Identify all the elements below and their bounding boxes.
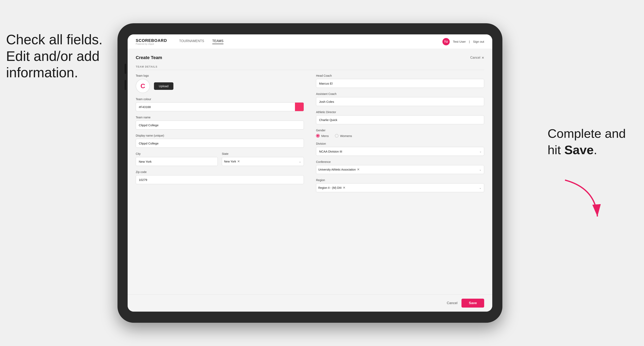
city-subgroup: City bbox=[136, 152, 218, 166]
conference-label: Conference bbox=[316, 160, 484, 164]
gender-label: Gender bbox=[316, 129, 484, 132]
region-group: Region Region II - (M) DIII ✕ ⌄ bbox=[316, 178, 484, 192]
complete-hit: hit bbox=[548, 143, 564, 157]
footer-save-button[interactable]: Save bbox=[462, 299, 484, 308]
state-label: State bbox=[222, 152, 304, 155]
state-value: New York bbox=[224, 160, 236, 163]
region-value: Region II - (M) DIII bbox=[318, 186, 342, 189]
nav-separator: | bbox=[469, 40, 470, 43]
close-icon: ✕ bbox=[482, 56, 484, 60]
womens-label: Womens bbox=[340, 134, 352, 138]
logo-circle: C bbox=[136, 79, 150, 93]
instruction-right: Complete and hit Save. bbox=[548, 126, 626, 158]
state-clear-icon[interactable]: ✕ bbox=[237, 160, 240, 163]
team-name-input[interactable] bbox=[136, 121, 304, 130]
colour-input-wrap bbox=[136, 102, 304, 111]
zip-input[interactable] bbox=[136, 175, 304, 184]
team-colour-input[interactable] bbox=[136, 102, 295, 111]
upload-button[interactable]: Upload bbox=[154, 82, 174, 90]
division-select-wrap: NCAA Division III ⌄ bbox=[316, 147, 484, 156]
gender-group: Gender Mens Womens bbox=[316, 129, 484, 138]
nav-links: TOURNAMENTS TEAMS bbox=[179, 39, 442, 44]
gender-womens-option[interactable]: Womens bbox=[335, 134, 352, 138]
cancel-x-button[interactable]: Cancel ✕ bbox=[470, 56, 484, 60]
form-left-column: Team logo C Upload Team colour bbox=[136, 74, 304, 197]
region-chevron-icon: ⌄ bbox=[479, 186, 482, 189]
head-coach-group: Head Coach bbox=[316, 74, 484, 88]
conference-select-wrap[interactable]: University Athletic Association ✕ ⌄ bbox=[316, 165, 484, 174]
section-label: TEAM DETAILS bbox=[136, 65, 484, 70]
state-chevron-icon: ⌄ bbox=[299, 160, 301, 163]
team-colour-label: Team colour bbox=[136, 98, 304, 101]
form-footer: Cancel Save bbox=[128, 294, 492, 312]
team-name-label: Team name bbox=[136, 116, 304, 119]
region-label: Region bbox=[316, 178, 484, 182]
state-select-wrap[interactable]: New York ✕ ⌄ bbox=[222, 157, 304, 166]
form-grid: Team logo C Upload Team colour bbox=[136, 74, 484, 197]
head-coach-input[interactable] bbox=[316, 79, 484, 88]
athletic-director-group: Athletic Director bbox=[316, 111, 484, 124]
nav-teams[interactable]: TEAMS bbox=[212, 39, 224, 44]
assistant-coach-input[interactable] bbox=[316, 97, 484, 106]
head-coach-label: Head Coach bbox=[316, 74, 484, 77]
conference-value: University Athletic Association bbox=[318, 168, 356, 171]
division-group: Division NCAA Division III ⌄ bbox=[316, 142, 484, 156]
region-clear-icon[interactable]: ✕ bbox=[343, 186, 346, 189]
state-subgroup: State New York ✕ ⌄ bbox=[222, 152, 304, 166]
complete-line1: Complete and bbox=[548, 126, 626, 142]
tablet-side-button bbox=[124, 64, 126, 74]
conference-tag: University Athletic Association ✕ bbox=[318, 168, 360, 171]
display-name-input[interactable] bbox=[136, 139, 304, 148]
assistant-coach-group: Assistant Coach bbox=[316, 92, 484, 106]
region-select-wrap[interactable]: Region II - (M) DIII ✕ ⌄ bbox=[316, 183, 484, 192]
team-logo-label: Team logo bbox=[136, 74, 304, 77]
conference-chevron-icon: ⌄ bbox=[479, 168, 482, 171]
team-logo-area: C Upload bbox=[136, 79, 304, 93]
nav-user-area: TU Test User | Sign out bbox=[442, 38, 484, 45]
state-tag: New York ✕ bbox=[224, 160, 240, 163]
gender-mens-option[interactable]: Mens bbox=[316, 134, 329, 138]
complete-period: . bbox=[594, 143, 597, 157]
athletic-director-input[interactable] bbox=[316, 115, 484, 124]
city-input[interactable] bbox=[136, 157, 218, 166]
cancel-label: Cancel bbox=[470, 56, 480, 59]
user-avatar: TU bbox=[442, 38, 450, 45]
user-name: Test User bbox=[453, 40, 466, 43]
create-team-header: Create Team Cancel ✕ bbox=[136, 55, 484, 60]
city-label: City bbox=[136, 152, 218, 155]
zip-label: Zip code bbox=[136, 170, 304, 173]
conference-clear-icon[interactable]: ✕ bbox=[357, 168, 360, 171]
mens-radio-dot[interactable] bbox=[316, 134, 320, 138]
sign-out-link[interactable]: Sign out bbox=[473, 40, 484, 43]
instruction-left: Check all fields. Edit and/or add inform… bbox=[6, 31, 102, 81]
complete-save-word: Save bbox=[564, 143, 594, 157]
conference-group: Conference University Athletic Associati… bbox=[316, 160, 484, 174]
tablet-device: SCOREBOARD Powered by clippd TOURNAMENTS… bbox=[118, 23, 502, 323]
colour-swatch[interactable] bbox=[295, 102, 304, 111]
navbar: SCOREBOARD Powered by clippd TOURNAMENTS… bbox=[128, 34, 492, 49]
complete-line2: hit Save. bbox=[548, 142, 626, 158]
division-label: Division bbox=[316, 142, 484, 145]
womens-radio-dot[interactable] bbox=[335, 134, 338, 138]
gender-radio-group: Mens Womens bbox=[316, 134, 484, 138]
arrow-right-icon bbox=[559, 176, 604, 220]
tablet-side-button-2 bbox=[124, 80, 126, 90]
nav-tournaments[interactable]: TOURNAMENTS bbox=[179, 39, 204, 44]
instruction-line1: Check all fields. bbox=[6, 31, 102, 48]
city-state-row: City State New York ✕ ⌄ bbox=[136, 152, 304, 166]
team-logo-group: Team logo C Upload bbox=[136, 74, 304, 93]
page-title: Create Team bbox=[136, 55, 162, 60]
display-name-label: Display name (unique) bbox=[136, 134, 304, 137]
main-content: Create Team Cancel ✕ TEAM DETAILS Team l… bbox=[128, 49, 492, 294]
city-state-group: City State New York ✕ ⌄ bbox=[136, 152, 304, 166]
athletic-director-label: Athletic Director bbox=[316, 111, 484, 114]
logo-title: SCOREBOARD bbox=[136, 38, 167, 43]
assistant-coach-label: Assistant Coach bbox=[316, 92, 484, 96]
tablet-screen: SCOREBOARD Powered by clippd TOURNAMENTS… bbox=[128, 34, 492, 312]
user-initials: TU bbox=[444, 40, 448, 43]
instruction-line3: information. bbox=[6, 64, 102, 81]
mens-label: Mens bbox=[321, 134, 329, 138]
nav-logo: SCOREBOARD Powered by clippd bbox=[136, 38, 167, 45]
footer-cancel-button[interactable]: Cancel bbox=[447, 301, 458, 305]
division-select[interactable]: NCAA Division III bbox=[316, 147, 484, 156]
